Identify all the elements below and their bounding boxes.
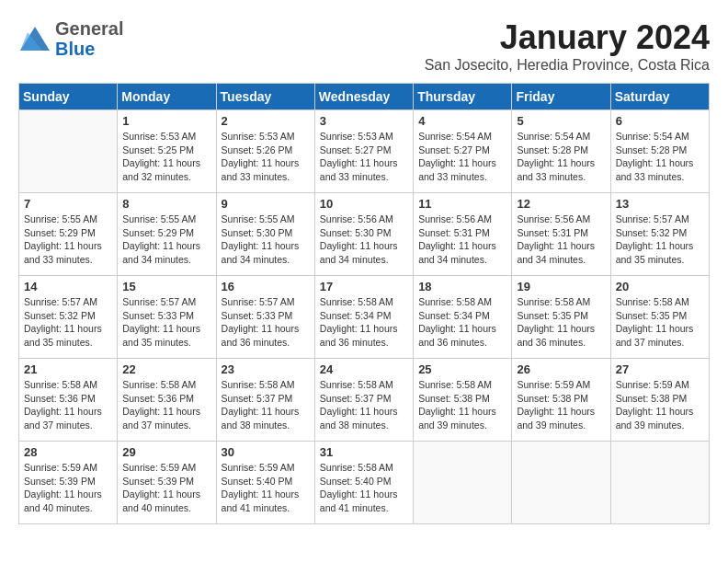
- day-info: Sunrise: 5:54 AMSunset: 5:28 PMDaylight:…: [616, 130, 704, 184]
- day-number: 11: [418, 197, 506, 211]
- column-header-thursday: Thursday: [414, 84, 512, 110]
- day-cell-20: 20Sunrise: 5:58 AMSunset: 5:35 PMDayligh…: [610, 276, 709, 359]
- day-number: 1: [122, 114, 210, 128]
- day-number: 20: [616, 280, 704, 293]
- day-cell-8: 8Sunrise: 5:55 AMSunset: 5:29 PMDaylight…: [118, 193, 216, 276]
- day-number: 23: [222, 362, 310, 376]
- page-header: General Blue January 2024 San Josecito, …: [18, 18, 710, 74]
- day-info: Sunrise: 5:55 AMSunset: 5:29 PMDaylight:…: [24, 213, 112, 267]
- column-header-friday: Friday: [512, 84, 610, 110]
- day-info: Sunrise: 5:56 AMSunset: 5:31 PMDaylight:…: [517, 213, 605, 267]
- calendar-body: 1Sunrise: 5:53 AMSunset: 5:25 PMDaylight…: [19, 110, 710, 524]
- day-info: Sunrise: 5:58 AMSunset: 5:34 PMDaylight:…: [418, 295, 506, 350]
- day-info: Sunrise: 5:59 AMSunset: 5:39 PMDaylight:…: [122, 461, 210, 515]
- day-info: Sunrise: 5:58 AMSunset: 5:37 PMDaylight:…: [222, 378, 310, 432]
- day-info: Sunrise: 5:58 AMSunset: 5:37 PMDaylight:…: [320, 378, 408, 432]
- week-row-1: 1Sunrise: 5:53 AMSunset: 5:25 PMDaylight…: [19, 110, 710, 193]
- empty-cell: [19, 110, 118, 193]
- day-cell-22: 22Sunrise: 5:58 AMSunset: 5:36 PMDayligh…: [118, 359, 216, 442]
- day-number: 28: [24, 445, 112, 459]
- day-info: Sunrise: 5:59 AMSunset: 5:39 PMDaylight:…: [24, 461, 112, 515]
- empty-cell: [414, 442, 512, 524]
- day-number: 17: [320, 280, 408, 293]
- day-info: Sunrise: 5:58 AMSunset: 5:35 PMDaylight:…: [616, 295, 704, 350]
- day-number: 9: [222, 197, 310, 211]
- day-number: 15: [122, 280, 210, 293]
- day-number: 4: [418, 114, 506, 128]
- day-cell-31: 31Sunrise: 5:58 AMSunset: 5:40 PMDayligh…: [314, 442, 413, 524]
- day-info: Sunrise: 5:59 AMSunset: 5:40 PMDaylight:…: [222, 461, 310, 515]
- day-info: Sunrise: 5:56 AMSunset: 5:30 PMDaylight:…: [320, 213, 408, 267]
- column-header-tuesday: Tuesday: [216, 84, 314, 110]
- day-number: 6: [616, 114, 704, 128]
- day-number: 7: [24, 197, 112, 211]
- day-cell-26: 26Sunrise: 5:59 AMSunset: 5:38 PMDayligh…: [512, 359, 610, 442]
- day-cell-9: 9Sunrise: 5:55 AMSunset: 5:30 PMDaylight…: [216, 193, 314, 276]
- logo-blue: Blue: [55, 39, 123, 59]
- day-cell-3: 3Sunrise: 5:53 AMSunset: 5:27 PMDaylight…: [314, 110, 413, 193]
- day-cell-5: 5Sunrise: 5:54 AMSunset: 5:28 PMDaylight…: [512, 110, 610, 193]
- day-number: 3: [320, 114, 408, 128]
- day-number: 19: [517, 280, 605, 293]
- day-info: Sunrise: 5:53 AMSunset: 5:27 PMDaylight:…: [320, 130, 408, 184]
- day-cell-16: 16Sunrise: 5:57 AMSunset: 5:33 PMDayligh…: [216, 276, 314, 359]
- day-number: 10: [320, 197, 408, 211]
- day-cell-21: 21Sunrise: 5:58 AMSunset: 5:36 PMDayligh…: [19, 359, 118, 442]
- day-cell-10: 10Sunrise: 5:56 AMSunset: 5:30 PMDayligh…: [314, 193, 413, 276]
- day-number: 26: [517, 362, 605, 376]
- calendar-header: SundayMondayTuesdayWednesdayThursdayFrid…: [19, 84, 710, 110]
- title-section: January 2024 San Josecito, Heredia Provi…: [425, 18, 710, 74]
- week-row-2: 7Sunrise: 5:55 AMSunset: 5:29 PMDaylight…: [19, 193, 710, 276]
- column-header-sunday: Sunday: [19, 84, 118, 110]
- day-info: Sunrise: 5:55 AMSunset: 5:29 PMDaylight:…: [122, 213, 210, 267]
- month-title: January 2024: [425, 18, 710, 57]
- day-info: Sunrise: 5:58 AMSunset: 5:34 PMDaylight:…: [320, 295, 408, 350]
- day-number: 12: [517, 197, 605, 211]
- day-number: 24: [320, 362, 408, 376]
- day-info: Sunrise: 5:58 AMSunset: 5:40 PMDaylight:…: [320, 461, 408, 515]
- day-cell-17: 17Sunrise: 5:58 AMSunset: 5:34 PMDayligh…: [314, 276, 413, 359]
- logo-general: General: [55, 18, 123, 39]
- day-info: Sunrise: 5:58 AMSunset: 5:36 PMDaylight:…: [24, 378, 112, 432]
- day-number: 31: [320, 445, 408, 459]
- day-info: Sunrise: 5:59 AMSunset: 5:38 PMDaylight:…: [616, 378, 704, 432]
- day-number: 13: [616, 197, 704, 211]
- empty-cell: [610, 442, 709, 524]
- day-info: Sunrise: 5:58 AMSunset: 5:36 PMDaylight:…: [122, 378, 210, 432]
- day-info: Sunrise: 5:55 AMSunset: 5:30 PMDaylight:…: [222, 213, 310, 267]
- day-cell-11: 11Sunrise: 5:56 AMSunset: 5:31 PMDayligh…: [414, 193, 512, 276]
- day-info: Sunrise: 5:57 AMSunset: 5:32 PMDaylight:…: [616, 213, 704, 267]
- day-number: 5: [517, 114, 605, 128]
- day-info: Sunrise: 5:53 AMSunset: 5:25 PMDaylight:…: [122, 130, 210, 184]
- logo-icon: [18, 25, 51, 52]
- day-cell-25: 25Sunrise: 5:58 AMSunset: 5:38 PMDayligh…: [414, 359, 512, 442]
- day-info: Sunrise: 5:54 AMSunset: 5:28 PMDaylight:…: [517, 130, 605, 184]
- calendar: SundayMondayTuesdayWednesdayThursdayFrid…: [18, 83, 710, 524]
- day-number: 22: [122, 362, 210, 376]
- day-info: Sunrise: 5:59 AMSunset: 5:38 PMDaylight:…: [517, 378, 605, 432]
- day-number: 18: [418, 280, 506, 293]
- week-row-3: 14Sunrise: 5:57 AMSunset: 5:32 PMDayligh…: [19, 276, 710, 359]
- column-header-wednesday: Wednesday: [314, 84, 413, 110]
- day-cell-1: 1Sunrise: 5:53 AMSunset: 5:25 PMDaylight…: [118, 110, 216, 193]
- day-number: 21: [24, 362, 112, 376]
- day-number: 14: [24, 280, 112, 293]
- day-cell-13: 13Sunrise: 5:57 AMSunset: 5:32 PMDayligh…: [610, 193, 709, 276]
- day-info: Sunrise: 5:56 AMSunset: 5:31 PMDaylight:…: [418, 213, 506, 267]
- empty-cell: [512, 442, 610, 524]
- day-info: Sunrise: 5:58 AMSunset: 5:38 PMDaylight:…: [418, 378, 506, 432]
- day-cell-27: 27Sunrise: 5:59 AMSunset: 5:38 PMDayligh…: [610, 359, 709, 442]
- day-info: Sunrise: 5:54 AMSunset: 5:27 PMDaylight:…: [418, 130, 506, 184]
- day-cell-29: 29Sunrise: 5:59 AMSunset: 5:39 PMDayligh…: [118, 442, 216, 524]
- day-number: 30: [222, 445, 310, 459]
- week-row-5: 28Sunrise: 5:59 AMSunset: 5:39 PMDayligh…: [19, 442, 710, 524]
- day-number: 29: [122, 445, 210, 459]
- day-cell-23: 23Sunrise: 5:58 AMSunset: 5:37 PMDayligh…: [216, 359, 314, 442]
- day-info: Sunrise: 5:58 AMSunset: 5:35 PMDaylight:…: [517, 295, 605, 350]
- day-cell-7: 7Sunrise: 5:55 AMSunset: 5:29 PMDaylight…: [19, 193, 118, 276]
- day-cell-30: 30Sunrise: 5:59 AMSunset: 5:40 PMDayligh…: [216, 442, 314, 524]
- location: San Josecito, Heredia Province, Costa Ri…: [425, 57, 710, 74]
- day-cell-28: 28Sunrise: 5:59 AMSunset: 5:39 PMDayligh…: [19, 442, 118, 524]
- column-header-monday: Monday: [118, 84, 216, 110]
- day-info: Sunrise: 5:57 AMSunset: 5:33 PMDaylight:…: [122, 295, 210, 350]
